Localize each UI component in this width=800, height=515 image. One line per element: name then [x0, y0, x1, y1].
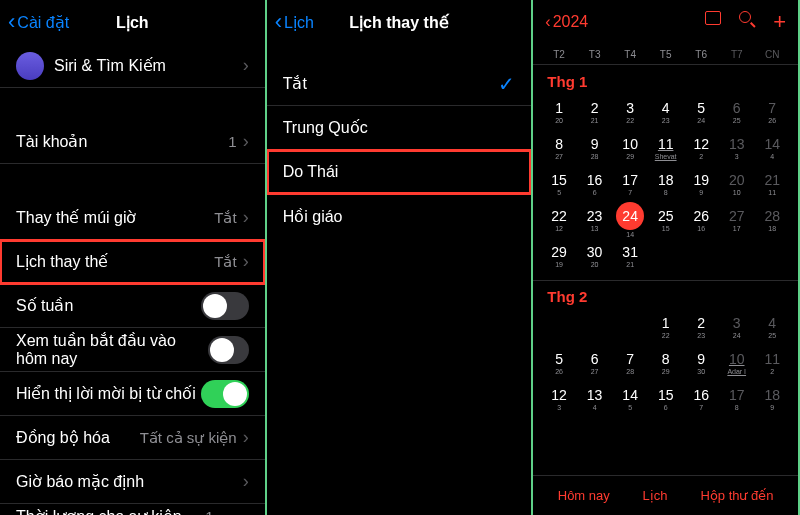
week-numbers-row[interactable]: Số tuần — [0, 284, 265, 328]
calendar-day[interactable] — [719, 238, 755, 274]
calendar-day[interactable]: 120 — [541, 94, 577, 130]
option-islamic[interactable]: Hồi giáo — [267, 194, 532, 238]
calendar-day[interactable]: 144 — [754, 130, 790, 166]
jan-grid[interactable]: 120221322423524625726827928102911Shevat1… — [533, 94, 798, 274]
calendar-day[interactable]: 2313 — [577, 202, 613, 238]
calendar-day[interactable]: 728 — [612, 345, 648, 381]
chevron-left-icon: ‹ — [275, 9, 282, 35]
option-hebrew[interactable]: Do Thái — [267, 150, 532, 194]
calendar-day[interactable]: 827 — [541, 130, 577, 166]
week-view-today-row[interactable]: Xem tuần bắt đầu vào hôm nay — [0, 328, 265, 372]
calendar-day[interactable]: 3020 — [577, 238, 613, 274]
inbox-button[interactable]: Hộp thư đến — [700, 488, 773, 503]
header: ‹Cài đặt Lịch — [0, 0, 265, 44]
calendar-day[interactable] — [754, 238, 790, 274]
calendar-day[interactable]: 2919 — [541, 238, 577, 274]
calendar-day[interactable]: 2010 — [719, 166, 755, 202]
back-button[interactable]: ‹Cài đặt — [8, 9, 69, 35]
calendar-day[interactable]: 423 — [648, 94, 684, 130]
siri-icon — [16, 52, 44, 80]
calendar-day[interactable]: 189 — [754, 381, 790, 417]
siri-search-row[interactable]: Siri & Tìm Kiếm › — [0, 44, 265, 88]
calendar-day[interactable]: 188 — [648, 166, 684, 202]
add-event-icon[interactable]: + — [773, 11, 786, 33]
calendar-day[interactable]: 133 — [719, 130, 755, 166]
calendar-day[interactable] — [683, 238, 719, 274]
chevron-right-icon: › — [243, 251, 249, 272]
check-icon: ✓ — [498, 72, 515, 96]
calendar-day[interactable]: 122 — [683, 130, 719, 166]
today-button[interactable]: Hôm nay — [558, 488, 610, 503]
calendar-day[interactable]: 156 — [648, 381, 684, 417]
calendar-day[interactable]: 3121 — [612, 238, 648, 274]
panel-title: Lịch thay thế — [349, 13, 448, 32]
calendar-header: ‹2024 + — [533, 0, 798, 44]
settings-calendar-panel: ‹Cài đặt Lịch Siri & Tìm Kiếm › Tài khoả… — [0, 0, 267, 515]
calendar-day[interactable]: 829 — [648, 345, 684, 381]
calendar-day[interactable]: 627 — [577, 345, 613, 381]
calendar-day[interactable]: 166 — [577, 166, 613, 202]
calendar-app-panel: ‹2024 + T2T3T4T5T6T7CN Thg 1 12022132242… — [533, 0, 800, 515]
calendar-day[interactable]: 324 — [719, 309, 755, 345]
year-back-button[interactable]: ‹2024 — [545, 13, 588, 31]
calendar-day[interactable]: 2111 — [754, 166, 790, 202]
calendar-day[interactable]: 11Shevat — [648, 130, 684, 166]
calendar-day[interactable]: 526 — [541, 345, 577, 381]
calendar-day[interactable]: 10Adar I — [719, 345, 755, 381]
calendar-day[interactable]: 2717 — [719, 202, 755, 238]
calendar-day[interactable]: 1029 — [612, 130, 648, 166]
calendar-day[interactable]: 524 — [683, 94, 719, 130]
calendar-day[interactable]: 223 — [683, 309, 719, 345]
calendar-day[interactable]: 425 — [754, 309, 790, 345]
tz-override-row[interactable]: Thay thế múi giờ Tắt› — [0, 196, 265, 240]
calendar-day[interactable]: 145 — [612, 381, 648, 417]
search-icon[interactable] — [739, 11, 755, 27]
accounts-row[interactable]: Tài khoản 1› — [0, 120, 265, 164]
calendar-day[interactable]: 322 — [612, 94, 648, 130]
alt-calendar-row[interactable]: Lịch thay thế Tắt› — [0, 240, 265, 284]
calendar-day[interactable]: 2414 — [612, 202, 648, 238]
sync-row[interactable]: Đồng bộ hóa Tất cả sự kiện› — [0, 416, 265, 460]
calendars-button[interactable]: Lịch — [643, 488, 668, 503]
calendar-day[interactable] — [577, 309, 613, 345]
calendar-day[interactable]: 2212 — [541, 202, 577, 238]
calendar-day[interactable]: 122 — [648, 309, 684, 345]
chevron-left-icon: ‹ — [8, 9, 15, 35]
chevron-left-icon: ‹ — [545, 13, 550, 31]
chevron-right-icon: › — [243, 207, 249, 228]
calendar-day[interactable]: 155 — [541, 166, 577, 202]
calendar-day[interactable]: 134 — [577, 381, 613, 417]
show-declined-toggle[interactable] — [201, 380, 249, 408]
feb-grid[interactable]: 12222332442552662772882993010Adar I11212… — [533, 309, 798, 417]
calendar-day[interactable]: 167 — [683, 381, 719, 417]
calendar-day[interactable]: 221 — [577, 94, 613, 130]
week-view-toggle[interactable] — [208, 336, 249, 364]
list-view-icon[interactable] — [705, 11, 721, 25]
calendar-day[interactable]: 930 — [683, 345, 719, 381]
calendar-day[interactable]: 123 — [541, 381, 577, 417]
alt-calendar-panel: ‹Lịch Lịch thay thế Tắt ✓ Trung Quốc Do … — [267, 0, 534, 515]
chevron-right-icon: › — [243, 131, 249, 152]
calendar-day[interactable]: 625 — [719, 94, 755, 130]
duration-row[interactable]: Thời lượng cho sự kiện mới 1 giờ› — [0, 504, 265, 515]
option-off[interactable]: Tắt ✓ — [267, 62, 532, 106]
calendar-day[interactable]: 199 — [683, 166, 719, 202]
calendar-day[interactable]: 112 — [754, 345, 790, 381]
calendar-day[interactable]: 2818 — [754, 202, 790, 238]
calendar-day[interactable]: 928 — [577, 130, 613, 166]
calendar-day[interactable]: 726 — [754, 94, 790, 130]
calendar-day[interactable]: 2616 — [683, 202, 719, 238]
calendar-day[interactable]: 177 — [612, 166, 648, 202]
calendar-day[interactable] — [541, 309, 577, 345]
back-button[interactable]: ‹Lịch — [275, 9, 314, 35]
option-chinese[interactable]: Trung Quốc — [267, 106, 532, 150]
week-numbers-toggle[interactable] — [201, 292, 249, 320]
calendar-day[interactable]: 2515 — [648, 202, 684, 238]
calendar-day[interactable] — [612, 309, 648, 345]
default-alert-row[interactable]: Giờ báo mặc định › — [0, 460, 265, 504]
calendar-day[interactable] — [648, 238, 684, 274]
show-declined-row[interactable]: Hiển thị lời mời bị từ chối — [0, 372, 265, 416]
chevron-right-icon: › — [243, 55, 249, 76]
calendar-day[interactable]: 178 — [719, 381, 755, 417]
month-label-jan: Thg 1 — [533, 65, 798, 94]
